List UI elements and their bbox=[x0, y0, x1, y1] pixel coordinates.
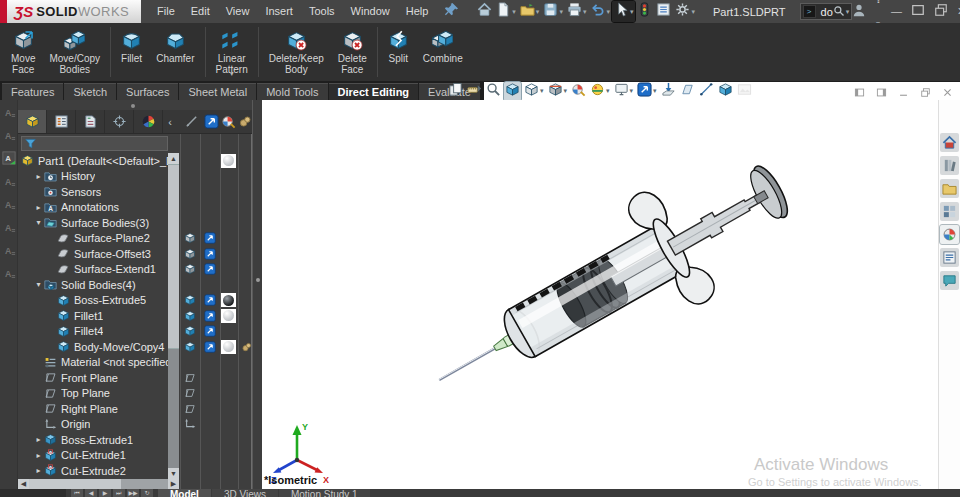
search-scope-icon[interactable]: > bbox=[803, 5, 816, 18]
dropdown-caret-icon[interactable]: ▾ bbox=[630, 87, 634, 95]
expander-collapsed-icon[interactable]: ▸ bbox=[33, 435, 44, 444]
dropdown-caret-icon[interactable]: ▾ bbox=[630, 8, 634, 16]
user-login-icon[interactable] bbox=[852, 3, 866, 21]
display-pane-appearance-icon[interactable] bbox=[221, 114, 237, 130]
rebuild-button[interactable] bbox=[635, 1, 654, 22]
design-library-icon[interactable] bbox=[940, 156, 959, 175]
sphere-dark-icon[interactable] bbox=[221, 293, 236, 307]
print-button[interactable]: ▾ bbox=[565, 1, 589, 22]
open-button[interactable]: ▾ bbox=[518, 1, 542, 22]
tree-filter-input[interactable] bbox=[21, 136, 168, 151]
annotation-target-icon[interactable]: A bbox=[2, 266, 16, 280]
scroll-left-icon[interactable]: ◀ bbox=[18, 479, 29, 489]
tree-item[interactable]: ▸Cut-Extrude1 bbox=[18, 448, 168, 464]
annotation-weld-icon[interactable]: A bbox=[2, 220, 16, 234]
plane-icon[interactable] bbox=[182, 371, 197, 385]
scrollbar-thumb[interactable] bbox=[29, 479, 121, 489]
zoom-to-area-icon[interactable] bbox=[466, 82, 483, 101]
minimize-icon[interactable]: — bbox=[891, 0, 902, 23]
menu-window[interactable]: Window bbox=[343, 0, 398, 23]
menu-tools[interactable]: Tools bbox=[301, 0, 343, 23]
annotation-datum-icon[interactable]: A bbox=[2, 243, 16, 257]
expander-collapsed-icon[interactable]: ▸ bbox=[33, 203, 44, 212]
tree-item[interactable]: ▸Boss-Extrude1 bbox=[18, 432, 168, 448]
dropdown-caret-icon[interactable]: ▾ bbox=[653, 87, 657, 95]
combine-button[interactable]: Combine bbox=[416, 23, 470, 81]
eye-icon[interactable] bbox=[202, 231, 217, 245]
options-gear-button[interactable]: ▾ bbox=[673, 1, 697, 22]
display-manager-tab[interactable] bbox=[134, 110, 163, 133]
sketch-line-icon[interactable] bbox=[698, 82, 715, 101]
motion-nav-icon[interactable]: ⏮ bbox=[71, 489, 83, 497]
scroll-right-icon[interactable]: ▶ bbox=[168, 479, 179, 489]
cube-blue-icon[interactable] bbox=[182, 324, 197, 338]
file-explorer-icon[interactable] bbox=[940, 179, 959, 198]
sphere-white-icon[interactable] bbox=[221, 309, 236, 323]
undo-button[interactable]: ▾ bbox=[588, 1, 612, 22]
tree-item[interactable]: Surface-Plane2 bbox=[18, 231, 168, 247]
dropdown-caret-icon[interactable]: ▾ bbox=[583, 8, 587, 16]
tree-item[interactable]: Fillet4 bbox=[18, 324, 168, 340]
dropdown-caret-icon[interactable]: ▾ bbox=[564, 87, 568, 95]
origin-icon[interactable] bbox=[182, 417, 197, 431]
search-value[interactable]: do bbox=[816, 6, 833, 18]
move-face-button[interactable]: Move Face bbox=[4, 23, 42, 81]
tab-mold-tools[interactable]: Mold Tools bbox=[257, 83, 327, 100]
tab-sketch[interactable]: Sketch bbox=[64, 83, 116, 100]
dropdown-caret-icon[interactable]: ▾ bbox=[559, 8, 563, 16]
dimxpert-manager-tab[interactable] bbox=[105, 110, 134, 133]
motion-nav-icon[interactable]: ◀ bbox=[85, 489, 97, 497]
expander-expanded-icon[interactable]: ▾ bbox=[33, 218, 44, 227]
split-button[interactable]: Split bbox=[381, 23, 416, 81]
tree-vertical-scrollbar[interactable]: ▲ ▼ bbox=[168, 153, 179, 479]
graphics-viewport[interactable]: Y X Z *Isometric Activate Windows Go to … bbox=[262, 100, 938, 489]
tree-item[interactable]: Sensors bbox=[18, 184, 168, 200]
view-palette-icon[interactable] bbox=[940, 202, 959, 221]
tree-item[interactable]: ▾Surface Bodies(3) bbox=[18, 215, 168, 231]
eye-icon[interactable] bbox=[202, 293, 217, 307]
view-orientation-icon[interactable] bbox=[504, 82, 521, 101]
maximize-icon[interactable] bbox=[911, 3, 925, 21]
tree-item[interactable]: Surface-Extend1 bbox=[18, 262, 168, 278]
tab-surfaces[interactable]: Surfaces bbox=[117, 83, 178, 100]
edit-appearance-icon[interactable] bbox=[570, 82, 587, 101]
select-arrow-button[interactable]: ▾ bbox=[612, 1, 636, 22]
annotation-linear-note-icon[interactable]: A bbox=[2, 128, 16, 142]
custom-properties-icon[interactable] bbox=[940, 248, 959, 267]
move-copy-bodies-button[interactable]: Move/Copy Bodies bbox=[42, 23, 107, 81]
delete-keep-body-button[interactable]: Delete/Keep Body bbox=[262, 23, 331, 81]
cube-gray-icon[interactable] bbox=[182, 262, 197, 276]
tree-item[interactable]: ▸Cut-Extrude2 bbox=[18, 463, 168, 479]
annotation-smart-icon[interactable]: A bbox=[2, 151, 16, 165]
plane-icon[interactable] bbox=[182, 402, 197, 416]
search-input[interactable]: > do ▾ bbox=[800, 3, 853, 20]
scrollbar-thumb[interactable] bbox=[168, 164, 179, 349]
dropdown-caret-icon[interactable]: ▾ bbox=[540, 87, 544, 95]
hide-show-items-icon[interactable]: ▾ bbox=[636, 82, 658, 101]
annotation-note-icon[interactable]: A bbox=[2, 105, 16, 119]
section-view-icon[interactable]: ▾ bbox=[547, 82, 569, 101]
eye-icon[interactable] bbox=[202, 324, 217, 338]
eye-icon[interactable] bbox=[202, 340, 217, 354]
solidworks-forum-icon[interactable] bbox=[940, 271, 959, 290]
tree-item[interactable]: ▸AAnnotations bbox=[18, 200, 168, 216]
cube-blue-icon[interactable] bbox=[182, 309, 197, 323]
tab-features[interactable]: Features bbox=[2, 83, 63, 100]
expander-collapsed-icon[interactable]: ▸ bbox=[33, 451, 44, 460]
menu-view[interactable]: View bbox=[218, 0, 258, 23]
feature-manager-design-tree-tab[interactable] bbox=[18, 110, 47, 133]
plane-icon[interactable] bbox=[182, 386, 197, 400]
tree-item[interactable]: Body-Move/Copy4 bbox=[18, 339, 168, 355]
menu-file[interactable]: File bbox=[149, 0, 183, 23]
reference-plane-icon[interactable] bbox=[679, 82, 696, 101]
display-pane-display-mode-icon[interactable] bbox=[204, 114, 220, 130]
tree-item[interactable]: Part1 (Default<<Default>_Display bbox=[18, 153, 168, 169]
doc-tab-3d-views[interactable]: 3D Views bbox=[212, 489, 278, 497]
search-caret-icon[interactable]: ▾ bbox=[846, 8, 850, 16]
configuration-manager-tab[interactable] bbox=[76, 110, 105, 133]
previous-view-icon[interactable] bbox=[485, 82, 502, 101]
menu-insert[interactable]: Insert bbox=[257, 0, 301, 23]
dropdown-caret-icon[interactable]: ▾ bbox=[512, 8, 516, 16]
cube-blue-icon[interactable] bbox=[182, 293, 197, 307]
panel-splitter[interactable] bbox=[252, 100, 262, 489]
